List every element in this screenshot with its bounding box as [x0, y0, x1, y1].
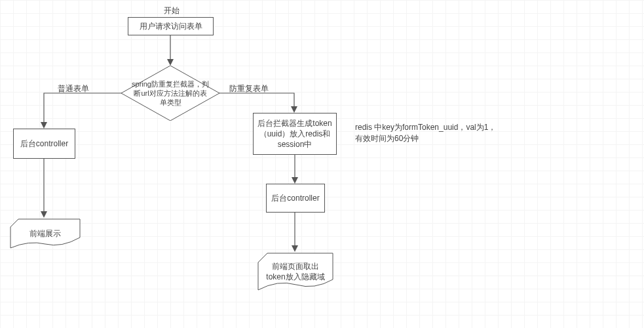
node-decision-text: spring防重复拦截器，判断url对应方法注解的表单类型 [130, 79, 210, 108]
arrow-decision-to-right-process [219, 92, 301, 113]
svg-marker-6 [291, 106, 297, 113]
node-start: 用户请求访问表单 [128, 17, 214, 35]
node-right-process-text: 后台拦截器生成token（uuid）放入redis和session中 [256, 118, 333, 150]
node-left-controller: 后台controller [13, 129, 75, 159]
svg-marker-5 [41, 211, 47, 218]
arrow-decision-to-left-controller [37, 92, 124, 129]
start-label-text: 开始 [164, 6, 180, 15]
label-left-branch: 普通表单 [58, 83, 89, 94]
node-right-controller: 后台controller [266, 184, 325, 213]
arrow-start-to-decision [165, 35, 176, 66]
node-left-display-text: 前端展示 [29, 228, 61, 239]
annotation-redis-text: redis 中key为formToken_uuid，val为1，有效时间为60分… [355, 123, 496, 143]
node-right-controller-text: 后台controller [271, 193, 319, 203]
node-right-display-text: 前端页面取出token放入隐藏域 [263, 261, 328, 282]
label-right-branch-text: 防重复表单 [229, 84, 269, 93]
node-left-controller-text: 后台controller [20, 138, 68, 149]
node-start-text: 用户请求访问表单 [140, 21, 202, 31]
label-left-branch-text: 普通表单 [58, 84, 89, 93]
svg-marker-10 [292, 245, 298, 252]
svg-marker-8 [292, 177, 298, 184]
arrow-right-controller-to-display [290, 213, 300, 252]
node-right-process: 后台拦截器生成token（uuid）放入redis和session中 [253, 113, 337, 155]
svg-marker-1 [167, 59, 174, 66]
annotation-redis: redis 中key为formToken_uuid，val为1，有效时间为60分… [355, 122, 499, 144]
label-right-branch: 防重复表单 [229, 83, 269, 94]
node-left-display: 前端展示 [9, 218, 81, 249]
arrow-left-controller-to-display [39, 159, 49, 218]
svg-marker-3 [41, 122, 47, 129]
node-decision: spring防重复拦截器，判断url对应方法注解的表单类型 [121, 66, 219, 121]
node-right-display: 前端页面取出token放入隐藏域 [257, 252, 334, 291]
arrow-process-to-right-controller [290, 155, 300, 184]
start-label: 开始 [161, 5, 182, 16]
